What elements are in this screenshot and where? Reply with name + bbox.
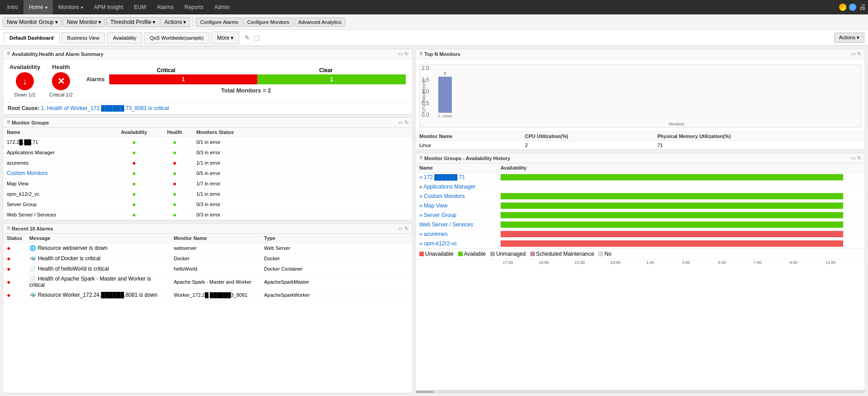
health-critical-text: Critical 1/2 xyxy=(49,92,73,97)
top-n-title: Top N Monitors xyxy=(419,51,460,57)
nav-admin[interactable]: Admin xyxy=(209,0,235,14)
health-dot: ● xyxy=(173,159,176,166)
refresh-icon[interactable]: ↻ xyxy=(404,51,408,57)
nav-eum[interactable]: EUM xyxy=(129,0,152,14)
configure-monitors-button[interactable]: Configure Monitors xyxy=(243,18,293,27)
mg-health-cell: ● xyxy=(157,199,193,210)
alarm-message-text: Health of helloWorld is critical xyxy=(38,266,109,272)
mg-minimize-icon[interactable]: ▭ xyxy=(398,120,403,125)
tab-qos-worldwide[interactable]: QoS Worldwide(sample) xyxy=(144,32,209,44)
mg-avail-cell: ● xyxy=(111,158,157,168)
list-item: ●🐳Health of Docker is criticalDockerDock… xyxy=(3,253,412,264)
top-n-icons: ▭ ↻ xyxy=(851,51,861,57)
ah-name-link[interactable]: » Server Group xyxy=(419,212,456,218)
nav-intro[interactable]: Intro xyxy=(2,0,23,14)
minimize-icon[interactable]: ▭ xyxy=(398,51,403,57)
chart-bar-container: 2 1. Linux xyxy=(438,69,452,118)
topn-cpu-cell: 2 xyxy=(521,141,654,150)
alarm-type-icon: 🐳 xyxy=(29,292,36,298)
top-n-table: Monitor Name CPU Utilization(%) Physical… xyxy=(416,131,865,150)
ah-name-link[interactable]: » azuremes xyxy=(419,231,448,237)
ra-type-cell: Web Server xyxy=(260,243,412,253)
scrollbar-thumb[interactable] xyxy=(416,391,434,393)
nav-monitors[interactable]: Monitors ▾ xyxy=(53,0,88,14)
tab-availability[interactable]: Availability xyxy=(107,32,142,44)
alarms-section: Critical Clear Alarms 1 1 Total Monitors… xyxy=(86,67,406,94)
ah-name-link[interactable]: » Map View xyxy=(419,203,447,209)
health-label: Health xyxy=(52,64,70,70)
ra-refresh-icon[interactable]: ↻ xyxy=(404,226,408,231)
availability-panel-header: Availability,Health and Alarm Summary ▭ … xyxy=(3,49,412,59)
ah-name-link[interactable]: » opm-k12r2-vc xyxy=(419,240,457,247)
ra-col-message: Message xyxy=(26,234,170,243)
ra-monitor-cell: helloWorld xyxy=(170,264,260,274)
topn-minimize-icon[interactable]: ▭ xyxy=(851,51,855,57)
recent-alarms-tbody: ●🌐Resource webserver is downwebserverWeb… xyxy=(3,243,412,300)
time-tick: 7:00 xyxy=(754,260,789,265)
ah-name-cell: » 172.██████.71 xyxy=(416,173,497,182)
mg-status-cell: 0/5 in error xyxy=(193,168,412,179)
printer-icon[interactable]: 🖨 xyxy=(859,3,866,11)
nav-apm[interactable]: APM Insight xyxy=(88,0,129,14)
list-item: ●📄Health of helloWorld is criticalhelloW… xyxy=(3,264,412,274)
top-n-tbody: Linux271 xyxy=(416,141,865,150)
mg-name-cell[interactable]: Custom Monitors xyxy=(3,168,111,179)
time-tick: 11:00 xyxy=(826,260,861,265)
alarm-message-text: Health of Apache Spark - Master and Work… xyxy=(29,276,151,288)
available-label: Available xyxy=(464,251,486,257)
table-row: 172.2█.██.71●●0/1 in error xyxy=(3,137,412,147)
list-item: ●🐳Resource Worker_172.24.██████.8081 is … xyxy=(3,290,412,300)
mg-name-cell: Web Server / Services xyxy=(3,210,111,220)
recent-alarms-panel: Recent 10 Alarms ▭ ↻ Status Message Moni… xyxy=(3,223,413,393)
nav-reports[interactable]: Reports xyxy=(179,0,209,14)
nav-icons: 🖨 xyxy=(839,3,866,11)
top-nav: Intro Home ▾ Monitors ▾ APM Insight EUM … xyxy=(0,0,868,14)
avail-availability-item: Availability Down 1/2 xyxy=(9,64,40,97)
table-row: Custom Monitors●●0/5 in error xyxy=(3,168,412,179)
ra-type-cell: Docker xyxy=(260,253,412,264)
edit-icon[interactable]: ✎ xyxy=(245,34,250,41)
ah-name-link[interactable]: Web Server / Services xyxy=(419,221,473,228)
topn-refresh-icon[interactable]: ↻ xyxy=(857,51,861,57)
left-panel: Availability,Health and Alarm Summary ▭ … xyxy=(0,46,415,396)
no-label: No xyxy=(604,251,611,257)
external-link-icon[interactable]: ⬚ xyxy=(254,34,260,41)
ah-name-link[interactable]: Applications Manager xyxy=(423,184,475,190)
ra-minimize-icon[interactable]: ▭ xyxy=(398,226,403,231)
actions-button[interactable]: Actions ▾ xyxy=(160,17,190,27)
ra-status-cell: ● xyxy=(3,264,26,274)
ah-col-avail: Availability xyxy=(497,163,865,173)
health-dot: ● xyxy=(173,190,176,198)
ah-name-link[interactable]: » Custom Monitors xyxy=(419,193,465,199)
mg-name-link[interactable]: Custom Monitors xyxy=(7,170,48,176)
top-n-panel: Top N Monitors ▭ ↻ 2.0 1.5 1.0 0.5 0.0 C… xyxy=(415,49,865,150)
ah-minimize-icon[interactable]: ▭ xyxy=(851,155,855,161)
scrollbar-bottom[interactable] xyxy=(416,390,865,393)
root-cause-link[interactable]: 1. Health of Worker_172.██████.73_8081 i… xyxy=(41,105,169,111)
ah-bar-cell xyxy=(497,201,865,211)
alarms-header-row: Critical Clear xyxy=(86,67,406,74)
ah-name-link[interactable]: » 172.██████.71 xyxy=(419,174,465,180)
y-axis-title: CPU Utilization(%) xyxy=(422,79,426,113)
new-monitor-button[interactable]: New Monitor ▾ xyxy=(63,17,105,27)
configure-alarms-button[interactable]: Configure Alarms xyxy=(196,18,242,27)
new-monitor-group-button[interactable]: New Monitor Group ▾ xyxy=(3,17,62,27)
unavailable-dot xyxy=(419,252,424,256)
alarm-type-icon: 🐳 xyxy=(29,255,36,262)
ra-status-cell: ● xyxy=(3,253,26,264)
availability-bar xyxy=(501,193,843,199)
monitor-groups-title: Monitor Groups xyxy=(7,120,49,125)
tab-more[interactable]: More ▾ xyxy=(211,32,239,44)
ah-refresh-icon[interactable]: ↻ xyxy=(857,155,861,161)
monitors-arrow: ▾ xyxy=(81,5,83,10)
threshold-profile-button[interactable]: Threshold Profile ▾ xyxy=(106,17,159,27)
tab-default-dashboard[interactable]: Default Dashboard xyxy=(4,32,60,44)
avail-dot: ● xyxy=(132,201,136,208)
advanced-analytics-button[interactable]: Advanced Analytics xyxy=(294,18,345,27)
tab-business-view[interactable]: Business View xyxy=(61,32,105,44)
nav-alarms[interactable]: Alarms xyxy=(151,0,179,14)
ah-name-cell: » Applications Manager xyxy=(416,182,497,192)
mg-refresh-icon[interactable]: ↻ xyxy=(404,120,408,125)
nav-home[interactable]: Home ▾ xyxy=(23,0,53,14)
tab-actions-button[interactable]: Actions ▾ xyxy=(834,32,864,43)
